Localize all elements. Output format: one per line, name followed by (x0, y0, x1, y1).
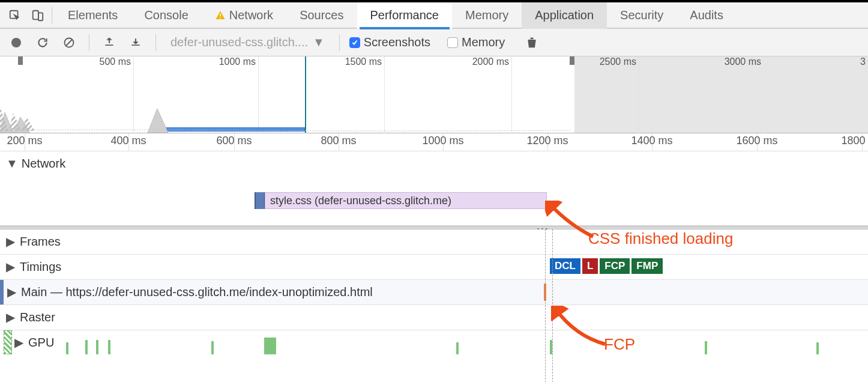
ruler-tick-label: 1400 ms (631, 135, 672, 147)
overview-handle-right[interactable] (570, 56, 574, 65)
gpu-block (264, 338, 276, 354)
memory-checkbox[interactable]: Memory (447, 35, 505, 49)
raster-track[interactable]: ▶ Raster (0, 305, 868, 330)
ruler-tick-label: 600 ms (216, 135, 252, 147)
main-track[interactable]: ▶ Main — https://defer-unused-css.glitch… (0, 280, 868, 305)
overview-cpu-chart (0, 100, 868, 133)
detail-ruler[interactable]: 200 ms400 ms600 ms800 ms1000 ms1200 ms14… (0, 133, 868, 151)
ruler-tick-label: 800 ms (321, 135, 356, 147)
triangle-right-icon: ▶ (6, 310, 15, 324)
badge-dcl[interactable]: DCL (550, 258, 580, 274)
tab-elements[interactable]: Elements (55, 2, 131, 29)
triangle-right-icon: ▶ (6, 234, 15, 249)
overview-tick-label: 1500 ms (345, 56, 384, 67)
record-button[interactable] (6, 32, 26, 53)
timings-track[interactable]: ▶ Timings DCL L FCP FMP (0, 255, 868, 280)
svg-rect-3 (220, 14, 221, 17)
save-profile-button[interactable] (125, 32, 146, 53)
overview-timeline[interactable]: 500 ms 1000 ms 1500 ms 2000 ms 2500 ms 3… (0, 56, 868, 133)
badge-l[interactable]: L (582, 258, 598, 274)
overview-tick-label: 3000 ms (725, 56, 764, 67)
overview-fps-hatch (0, 95, 36, 131)
tab-network[interactable]: Network (202, 2, 286, 29)
annotation-css-loaded: CSS finished loading (588, 229, 733, 248)
badge-fcp[interactable]: FCP (600, 258, 630, 274)
svg-rect-9 (531, 37, 534, 38)
checkbox-checked-icon (349, 37, 360, 48)
ruler-tick-label: 1600 ms (736, 135, 777, 147)
marker-line (552, 229, 553, 382)
reload-button[interactable] (32, 32, 53, 53)
svg-rect-1 (33, 10, 38, 19)
tab-application[interactable]: Application (522, 2, 607, 29)
overview-tick-label: 3 (860, 56, 868, 67)
triangle-right-icon: ▶ (7, 285, 16, 299)
svg-rect-8 (131, 44, 139, 46)
recording-select[interactable]: defer-unused-css.glitch.... ▼ (166, 35, 330, 49)
ruler-tick-label: 1000 ms (422, 135, 463, 147)
marker-line (545, 229, 546, 382)
badge-fmp[interactable]: FMP (631, 258, 663, 274)
tab-console[interactable]: Console (131, 2, 201, 29)
tab-performance[interactable]: Performance (357, 2, 453, 29)
tab-audits[interactable]: Audits (677, 2, 737, 29)
ruler-tick-label: 400 ms (110, 135, 146, 147)
flame-chart-area[interactable]: ▼ Network style.css (defer-unused-css.gl… (0, 151, 868, 354)
load-profile-button[interactable] (99, 32, 119, 53)
warning-icon (215, 10, 226, 21)
perf-toolbar: defer-unused-css.glitch.... ▼ Screenshot… (0, 29, 868, 56)
overview-tick-label: 500 ms (100, 56, 133, 67)
overview-tick-label: 2500 ms (600, 56, 639, 67)
network-resource-bar[interactable]: style.css (defer-unused-css.glitch.me) (265, 192, 547, 209)
chevron-down-icon: ▼ (313, 35, 325, 49)
network-track-header[interactable]: ▼ Network (0, 151, 868, 175)
devtools-tabbar: Elements Console Network Sources Perform… (0, 2, 868, 29)
triangle-right-icon: ▶ (14, 335, 23, 350)
gpu-track[interactable]: ▶ GPU (0, 330, 868, 354)
network-connect-bar (255, 192, 265, 209)
overview-handle-left[interactable] (18, 56, 23, 65)
tab-security[interactable]: Security (607, 2, 677, 29)
gpu-tick (66, 342, 68, 354)
clear-button[interactable] (59, 32, 79, 53)
main-track-indicator (0, 280, 4, 305)
tab-memory[interactable]: Memory (452, 2, 522, 29)
timing-badges: DCL L FCP FMP (550, 258, 663, 274)
overview-tick-label: 1000 ms (219, 56, 258, 67)
svg-rect-7 (105, 44, 113, 46)
network-track[interactable]: ▼ Network style.css (defer-unused-css.gl… (0, 151, 868, 226)
svg-rect-2 (38, 13, 43, 20)
overview-tick-label: 2000 ms (472, 56, 511, 67)
checkbox-unchecked-icon (447, 37, 458, 48)
ruler-tick-label: 1200 ms (526, 135, 568, 147)
gpu-stripe (4, 330, 12, 354)
collect-garbage-button[interactable] (522, 32, 542, 53)
annotation-fcp: FCP (604, 335, 635, 354)
triangle-down-icon: ▼ (6, 157, 18, 171)
ruler-tick-label: 200 ms (7, 135, 42, 147)
ruler-tick-label: 1800 ms (841, 135, 868, 147)
screenshots-checkbox[interactable]: Screenshots (349, 35, 430, 49)
device-toolbar-icon[interactable] (26, 4, 49, 28)
triangle-right-icon: ▶ (6, 259, 15, 274)
tab-sources[interactable]: Sources (286, 2, 357, 29)
svg-rect-4 (220, 17, 221, 19)
frames-track[interactable]: ▶ Frames (0, 229, 868, 255)
svg-point-5 (11, 38, 21, 47)
inspect-icon[interactable] (4, 4, 26, 28)
